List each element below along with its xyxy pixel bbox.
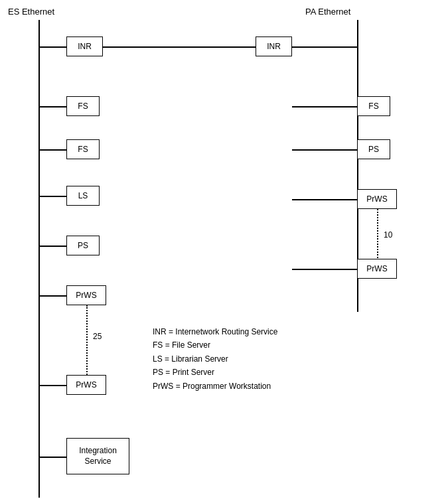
es-bus-line xyxy=(38,20,40,498)
pa-fs-hline xyxy=(292,106,358,107)
legend-fs: FS = File Server xyxy=(153,338,277,352)
es-fs2-box: FS xyxy=(66,139,100,159)
legend-ls: LS = Librarian Server xyxy=(153,352,277,366)
pa-inr-hline-left xyxy=(222,46,259,48)
es-ps-hline xyxy=(38,246,68,247)
pa-prws1-box: PrWS xyxy=(357,189,397,209)
pa-prws2-hline xyxy=(292,269,358,270)
pa-ethernet-label: PA Ethernet xyxy=(305,7,350,17)
es-prws1-box: PrWS xyxy=(66,285,106,305)
legend-prws: PrWS = Programmer Workstation xyxy=(153,380,277,393)
inr-cross-line xyxy=(103,46,222,48)
es-fs1-box: FS xyxy=(66,96,100,116)
pa-prws1-hline xyxy=(292,199,358,200)
es-ls-box: LS xyxy=(66,186,100,206)
es-ls-hline xyxy=(38,196,68,197)
es-prws2-hline xyxy=(38,385,68,386)
pa-fs-box: FS xyxy=(357,96,390,116)
es-dotted-line xyxy=(86,305,88,377)
legend-ps: PS = Print Server xyxy=(153,366,277,379)
legend-inr: INR = Internetwork Routing Service xyxy=(153,325,277,338)
legend: INR = Internetwork Routing Service FS = … xyxy=(153,325,277,393)
es-ps-box: PS xyxy=(66,236,100,255)
pa-dotted-line xyxy=(377,209,378,261)
es-inr-box: INR xyxy=(66,36,103,56)
pa-count-label: 10 xyxy=(384,230,392,240)
es-is-hline xyxy=(38,457,68,458)
es-fs2-hline xyxy=(38,149,68,151)
es-inr-hline xyxy=(38,46,68,48)
es-integration-box: IntegrationService xyxy=(66,438,129,474)
pa-prws2-box: PrWS xyxy=(357,259,397,279)
es-prws1-hline xyxy=(38,295,68,297)
pa-inr-box: INR xyxy=(256,36,292,56)
pa-ps-hline xyxy=(292,149,358,151)
es-prws2-box: PrWS xyxy=(66,375,106,395)
es-fs1-hline xyxy=(38,106,68,107)
pa-ps-box: PS xyxy=(357,139,390,159)
diagram: ES Ethernet PA Ethernet INR FS FS LS PS … xyxy=(0,0,448,499)
es-ethernet-label: ES Ethernet xyxy=(8,7,54,17)
es-count-label: 25 xyxy=(93,332,102,341)
pa-inr-hline-right xyxy=(292,46,358,48)
